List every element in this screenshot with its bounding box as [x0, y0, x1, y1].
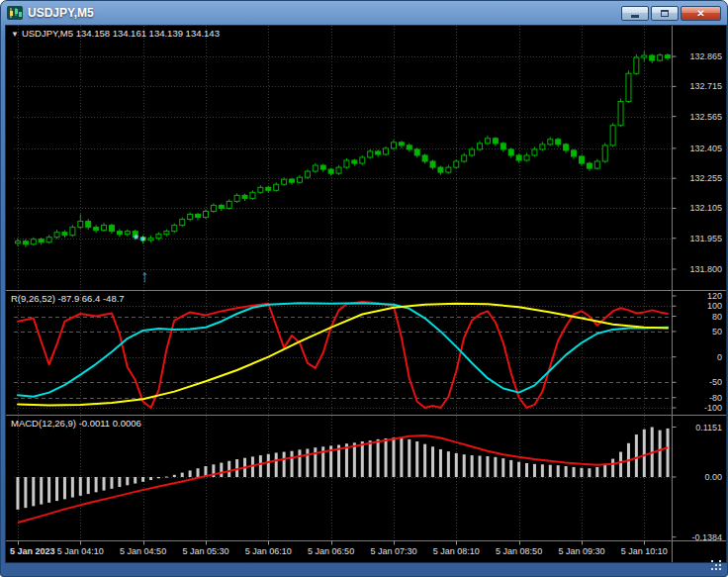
- candle: [219, 205, 224, 208]
- macd-bar: [431, 446, 434, 477]
- candle: [109, 226, 114, 232]
- window-controls: ✕: [621, 6, 721, 21]
- candle: [493, 139, 498, 144]
- candle: [320, 165, 325, 169]
- svg-text:5 Jan 09:30: 5 Jan 09:30: [558, 546, 604, 556]
- svg-text:80: 80: [712, 312, 722, 322]
- candle: [313, 165, 318, 171]
- candle: [532, 149, 537, 155]
- macd-bar: [126, 477, 129, 485]
- macd-bar: [509, 460, 512, 477]
- macd-bar: [603, 464, 606, 477]
- candle: [430, 161, 435, 167]
- candle: [172, 226, 177, 232]
- candle: [391, 143, 396, 148]
- macd-bar: [228, 461, 230, 477]
- candle: [117, 232, 122, 235]
- candle: [610, 126, 615, 145]
- candle: [336, 167, 341, 173]
- macd-bar: [275, 452, 278, 477]
- macd-bar: [392, 437, 395, 477]
- macd-bar: [157, 477, 160, 478]
- candle: [297, 177, 302, 182]
- macd-bar: [181, 473, 184, 477]
- candle: [422, 155, 427, 161]
- svg-text:5 Jan 07:30: 5 Jan 07:30: [370, 546, 416, 556]
- candle: [23, 241, 28, 244]
- svg-text:132.565: 132.565: [689, 112, 722, 122]
- macd-bar: [63, 477, 66, 499]
- maximize-button[interactable]: [651, 6, 679, 21]
- app-icon[interactable]: [7, 6, 23, 20]
- svg-text:132.405: 132.405: [689, 144, 722, 153]
- title-bar[interactable]: USDJPY,M5 ✕: [1, 1, 727, 25]
- candle: [70, 228, 75, 236]
- macd-bar: [557, 465, 560, 477]
- macd-bar: [486, 456, 489, 477]
- macd-bar: [588, 468, 591, 477]
- collapse-icon[interactable]: ▼: [11, 30, 19, 39]
- macd-bar: [314, 447, 317, 477]
- candle: [384, 148, 389, 154]
- macd-bar: [501, 458, 504, 477]
- asterisk-marker: *: [134, 233, 138, 246]
- candle: [352, 160, 357, 163]
- svg-text:-0.1384: -0.1384: [691, 532, 722, 542]
- candle: [602, 145, 607, 161]
- svg-text:-50: -50: [709, 377, 722, 387]
- macd-bar: [595, 467, 598, 477]
- svg-text:132.715: 132.715: [689, 81, 722, 91]
- macd-bar: [220, 463, 223, 477]
- candle: [148, 239, 153, 240]
- candle: [414, 149, 419, 155]
- candle: [328, 169, 333, 173]
- wpr-indicator-header: R(9,26,52) -87.9 66.4 -48.7: [11, 294, 125, 304]
- macd-bar: [667, 429, 670, 477]
- candle: [125, 232, 130, 235]
- candle: [282, 179, 287, 184]
- candle: [274, 184, 279, 190]
- svg-text:0.1151: 0.1151: [695, 423, 722, 433]
- candle: [211, 205, 216, 211]
- macd-bar: [525, 463, 528, 477]
- candle: [54, 233, 59, 238]
- candle: [46, 238, 51, 242]
- candle: [15, 241, 20, 243]
- chart-area[interactable]: **↑132.865132.715132.565132.405132.25513…: [5, 25, 727, 563]
- macd-bar: [494, 457, 497, 477]
- candle: [642, 55, 647, 57]
- macd-layer: [16, 428, 669, 523]
- svg-text:5 Jan 06:50: 5 Jan 06:50: [308, 546, 354, 556]
- minimize-button[interactable]: [621, 6, 649, 21]
- minimize-icon: [631, 15, 639, 18]
- svg-text:0: 0: [717, 352, 722, 362]
- candle: [438, 167, 443, 172]
- macd-signal-line: [18, 435, 668, 523]
- macd-bar: [415, 441, 418, 477]
- svg-text:5 Jan 04:10: 5 Jan 04:10: [57, 546, 104, 556]
- candle: [102, 226, 107, 231]
- macd-bar: [408, 439, 410, 477]
- svg-text:5 Jan 05:30: 5 Jan 05:30: [182, 546, 228, 556]
- macd-bar: [79, 477, 82, 496]
- candle: [305, 171, 310, 177]
- candle: [78, 222, 83, 228]
- close-button[interactable]: ✕: [681, 6, 721, 21]
- candle: [462, 155, 467, 161]
- candle: [650, 55, 655, 60]
- macd-bar: [517, 462, 520, 477]
- candle: [508, 149, 513, 155]
- close-icon: ✕: [696, 7, 704, 20]
- wpr-lines-layer: [18, 302, 668, 408]
- candle: [164, 232, 169, 235]
- resize-grip[interactable]: [711, 560, 723, 572]
- macd-bar: [32, 477, 35, 506]
- candle: [227, 201, 231, 208]
- candle: [485, 139, 490, 144]
- candle: [470, 149, 475, 155]
- candle: [407, 145, 411, 149]
- candle: [62, 233, 67, 236]
- wpr-line-fast: [18, 302, 668, 408]
- candle: [156, 235, 161, 239]
- macd-bar: [565, 466, 568, 477]
